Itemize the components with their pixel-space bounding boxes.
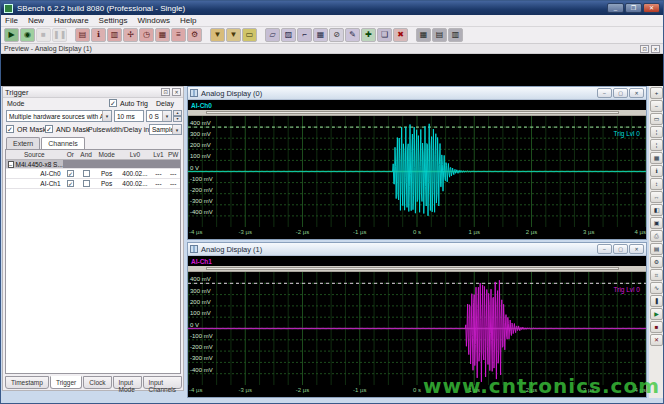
display1-plot-area[interactable]: 400 mV300 mV200 mV100 mV0 V-100 mV-200 m…	[188, 272, 646, 385]
pan-thumb[interactable]	[206, 267, 618, 270]
and-mask-checkbox[interactable]: ✓	[45, 125, 53, 133]
cursor-b-icon[interactable]: ¦	[650, 139, 663, 151]
table-view-icon[interactable]: ▦	[416, 28, 431, 42]
chevron-down-icon[interactable]: ▾	[162, 111, 171, 121]
new-xy-display-icon[interactable]: ▨	[281, 28, 296, 42]
tab-extern[interactable]: Extern	[6, 137, 40, 149]
close-display-icon[interactable]: ✕	[650, 334, 663, 346]
start-acquisition-icon[interactable]: ▶	[4, 28, 19, 42]
tab-clock[interactable]: Clock	[83, 376, 111, 389]
title-bar[interactable]: SBench 6.2.2 build 8080 (Professional - …	[1, 1, 663, 15]
or-checkbox-ai-ch0[interactable]: ✓	[67, 170, 74, 177]
stop-icon[interactable]: ■	[650, 321, 663, 333]
save-data-icon[interactable]: ▼	[210, 28, 225, 42]
trigger-pin-button[interactable]: ⊡	[161, 88, 170, 96]
tab-input-mode[interactable]: Input Mode	[113, 376, 142, 389]
cursor-a-icon[interactable]: ¦	[650, 126, 663, 138]
table-info-icon[interactable]: ▤	[432, 28, 447, 42]
close-button[interactable]: ✕	[643, 3, 660, 13]
pause-icon[interactable]: ❚	[650, 295, 663, 307]
chevron-down-icon[interactable]: ▾	[102, 111, 111, 121]
tab-timestamp[interactable]: Timestamp	[5, 376, 49, 389]
save-as-icon[interactable]: ▼	[226, 28, 241, 42]
add-channel-icon[interactable]: ✚	[361, 28, 376, 42]
display0-minimize-button[interactable]: –	[597, 88, 612, 98]
trigger-mode-select[interactable]: Multiple hardware sources with AND/OR ▾	[6, 110, 112, 122]
menu-help[interactable]: Help	[180, 16, 196, 25]
card-info-icon[interactable]: ℹ	[91, 28, 106, 42]
delay-select[interactable]: 0 S ▾	[146, 110, 172, 122]
card-clock-icon[interactable]: ◷	[139, 28, 154, 42]
display1-title-bar[interactable]: Analog Display (1) – ▢ ✕	[188, 243, 646, 256]
or-mask-checkbox[interactable]: ✓	[6, 125, 14, 133]
menu-windows[interactable]: Windows	[138, 16, 170, 25]
display0-plot-area[interactable]: 400 mV300 mV200 mV100 mV0 V-100 mV-200 m…	[188, 116, 646, 227]
card-settings-icon[interactable]: ⚙	[187, 28, 202, 42]
new-display-icon[interactable]: ▱	[265, 28, 280, 42]
trigger-close-button[interactable]: ✕	[172, 88, 181, 96]
spin-down-icon[interactable]: ▾	[173, 116, 182, 122]
print-icon[interactable]: ⎙	[650, 230, 663, 242]
display0-close-button[interactable]: ✕	[629, 88, 644, 98]
card-trigger-icon[interactable]: ✢	[123, 28, 138, 42]
zoom-in-icon[interactable]: +	[650, 87, 663, 99]
color-icon[interactable]: ◧	[650, 204, 663, 216]
auto-trig-checkbox[interactable]: ✓	[109, 99, 117, 107]
display1-maximize-button[interactable]: ▢	[613, 244, 628, 254]
display1-close-button[interactable]: ✕	[629, 244, 644, 254]
export-icon[interactable]: ▤	[650, 243, 663, 255]
minimize-button[interactable]: _	[607, 3, 624, 13]
copy-channel-icon[interactable]: ❏	[377, 28, 392, 42]
preview-acquisition-icon[interactable]: ◉	[20, 28, 35, 42]
menu-settings[interactable]: Settings	[99, 16, 128, 25]
channel0-label[interactable]: AI-Ch0	[191, 102, 212, 109]
preview-pin-button[interactable]: ⊡	[640, 45, 649, 53]
display0-title-bar[interactable]: Analog Display (0) – ▢ ✕	[188, 87, 646, 100]
card-mode-icon[interactable]: ▦	[155, 28, 170, 42]
export-data-icon[interactable]: ▭	[242, 28, 257, 42]
zoom-out-icon[interactable]: −	[650, 100, 663, 112]
cursor-icon[interactable]: ⌐	[297, 28, 312, 42]
notes-icon[interactable]: ✎	[345, 28, 360, 42]
snapshot-icon[interactable]: ▣	[650, 217, 663, 229]
channel-row-ai-ch1: AI-Ch1✓Pos400.02...------	[6, 179, 180, 189]
delete-icon[interactable]: ✖	[393, 28, 408, 42]
or-checkbox-ai-ch1[interactable]: ✓	[67, 180, 74, 187]
tab-channels[interactable]: Channels	[41, 137, 85, 149]
display1-minimize-button[interactable]: –	[597, 244, 612, 254]
menu-hardware[interactable]: Hardware	[54, 16, 89, 25]
auto-trig-time-input[interactable]: 10 ms	[114, 110, 144, 122]
measure-icon[interactable]: ⌗	[650, 269, 663, 281]
card-channels-icon[interactable]: ≡	[171, 28, 186, 42]
run-icon[interactable]: ▶	[650, 308, 663, 320]
grid-toggle-icon[interactable]: ▦	[650, 152, 663, 164]
scale-icon[interactable]: ↕	[650, 178, 663, 190]
collapse-icon[interactable]: −	[8, 161, 14, 168]
zoom-full-icon[interactable]: ▭	[650, 113, 663, 125]
maximize-button[interactable]: ❐	[625, 3, 642, 13]
pulsewidth-unit-select[interactable]: Samples ▾	[149, 124, 182, 135]
tab-input-channels[interactable]: Input Channels	[143, 376, 182, 389]
table-export-icon[interactable]: ▥	[448, 28, 463, 42]
menu-new[interactable]: New	[28, 16, 44, 25]
display0-maximize-button[interactable]: ▢	[613, 88, 628, 98]
tab-trigger[interactable]: Trigger	[50, 376, 82, 389]
channel1-label[interactable]: AI-Ch1	[191, 258, 212, 265]
settings-icon[interactable]: ⚙	[650, 256, 663, 268]
chevron-down-icon[interactable]: ▾	[172, 125, 181, 134]
trigger-panel-header[interactable]: Trigger ⊡ ✕	[3, 87, 183, 98]
card-input-icon[interactable]: ▥	[107, 28, 122, 42]
menu-file[interactable]: File	[5, 16, 18, 25]
signal-info-icon[interactable]: ℹ	[650, 165, 663, 177]
pan-thumb[interactable]	[206, 111, 618, 114]
grid-icon[interactable]: ▦	[313, 28, 328, 42]
preview-close-button[interactable]: ✕	[651, 45, 660, 53]
and-checkbox-ai-ch1[interactable]	[83, 180, 90, 187]
no-draw-icon[interactable]: ⊘	[329, 28, 344, 42]
delay-spinner[interactable]: ▴ ▾	[173, 110, 182, 122]
and-checkbox-ai-ch0[interactable]	[83, 170, 90, 177]
fft-icon[interactable]: ∿	[650, 282, 663, 294]
card-icon[interactable]: ▤	[75, 28, 90, 42]
card-group-label[interactable]: −M4i.4450-x8 S...	[6, 160, 63, 168]
offset-icon[interactable]: ↔	[650, 191, 663, 203]
